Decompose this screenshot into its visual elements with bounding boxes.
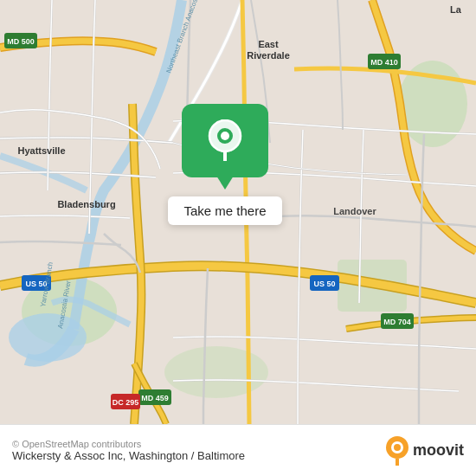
svg-text:East: East xyxy=(258,39,279,49)
svg-text:Landover: Landover xyxy=(333,206,376,216)
svg-point-31 xyxy=(221,132,229,140)
svg-point-35 xyxy=(394,444,401,451)
svg-text:DC 295: DC 295 xyxy=(113,398,139,407)
svg-text:Riverdale: Riverdale xyxy=(247,50,290,61)
popup-bubble xyxy=(182,104,268,177)
moovit-text: moovit xyxy=(413,441,464,460)
copyright-text: © OpenStreetMap contributors xyxy=(12,439,245,449)
svg-text:MD 500: MD 500 xyxy=(7,37,35,46)
svg-text:Bladensburg: Bladensburg xyxy=(57,199,115,209)
svg-text:MD 704: MD 704 xyxy=(383,318,411,326)
svg-text:Hyattsville: Hyattsville xyxy=(17,145,65,156)
svg-point-4 xyxy=(164,346,268,398)
map-popup: Take me there xyxy=(134,104,316,225)
take-me-there-button[interactable]: Take me there xyxy=(168,196,281,225)
moovit-logo: moovit xyxy=(385,435,464,466)
svg-text:MD 459: MD 459 xyxy=(141,394,169,402)
map-container: MD 500 MD 410 US 50 US 50 MD 704 MD 459 … xyxy=(0,0,476,424)
svg-text:La: La xyxy=(450,4,462,15)
bottom-bar: © OpenStreetMap contributors Wickersty &… xyxy=(0,424,476,476)
svg-text:US 50: US 50 xyxy=(313,280,335,288)
svg-point-5 xyxy=(9,313,87,362)
svg-text:MD 410: MD 410 xyxy=(370,58,398,67)
location-title: Wickersty & Assoc Inc, Washington / Balt… xyxy=(12,449,245,462)
bottom-left: © OpenStreetMap contributors Wickersty &… xyxy=(12,439,245,462)
